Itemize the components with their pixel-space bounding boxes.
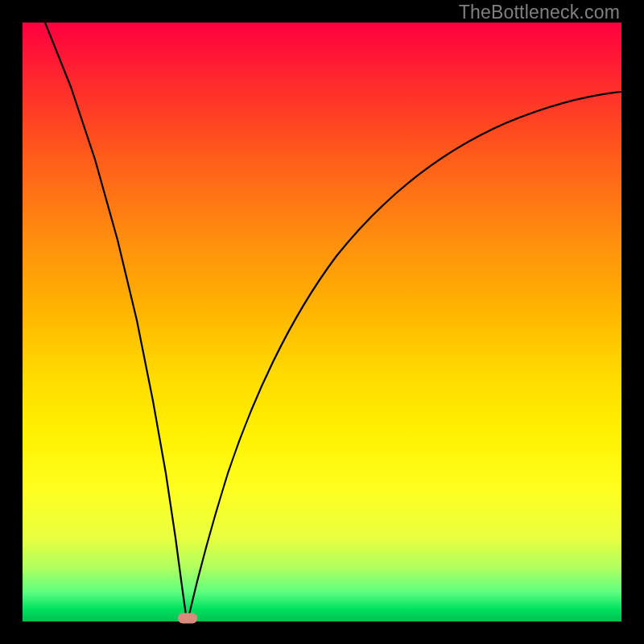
plot-area xyxy=(23,23,621,621)
bottleneck-curve xyxy=(23,23,621,621)
curve-left-branch xyxy=(45,23,188,621)
watermark-text: TheBottleneck.com xyxy=(459,2,620,23)
curve-right-branch xyxy=(188,92,621,621)
minimum-marker xyxy=(178,613,197,624)
chart-frame: TheBottleneck.com xyxy=(0,0,644,644)
